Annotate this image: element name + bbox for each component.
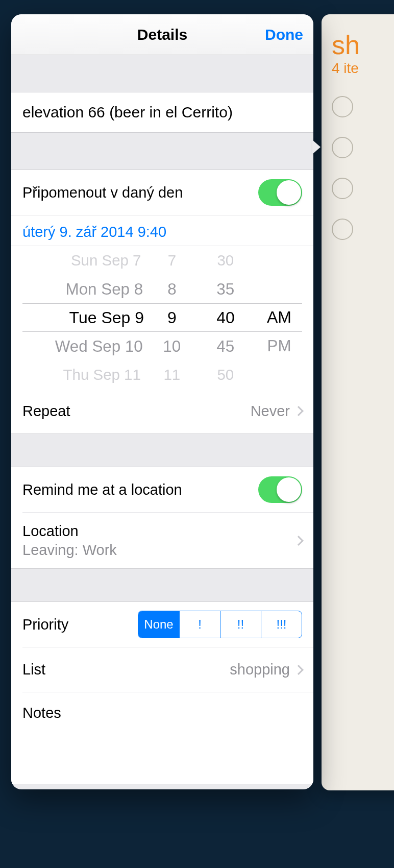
- remind-on-day-label: Připomenout v daný den: [22, 184, 258, 201]
- remind-on-day-row: Připomenout v daný den: [11, 170, 313, 215]
- reminder-checkbox[interactable]: [332, 178, 353, 199]
- priority-segmented[interactable]: None ! !! !!!: [138, 611, 302, 638]
- priority-option-high[interactable]: !!!: [261, 611, 302, 638]
- location-label: Location: [22, 523, 295, 540]
- location-row[interactable]: Location Leaving: Work: [22, 512, 313, 568]
- reminders-list-panel: sh 4 ite: [322, 14, 394, 790]
- reminder-checkbox[interactable]: [332, 96, 353, 117]
- chevron-right-icon: [293, 406, 304, 416]
- alarm-date-label[interactable]: úterý 9. zář 2014 9:40: [11, 215, 313, 246]
- datetime-picker[interactable]: Sun Sep 7 Mon Sep 8 Tue Sep 9 Wed Sep 10…: [11, 246, 313, 389]
- reminder-checkboxes: [332, 96, 394, 240]
- reminder-checkbox[interactable]: [332, 219, 353, 240]
- priority-option-low[interactable]: !: [179, 611, 220, 638]
- picker-ampm-column[interactable]: AM PM: [251, 246, 307, 389]
- picker-date-column[interactable]: Sun Sep 7 Mon Sep 8 Tue Sep 9 Wed Sep 10…: [11, 246, 149, 389]
- reminder-checkbox[interactable]: [332, 137, 353, 158]
- repeat-value: Never: [251, 403, 290, 420]
- picker-hour-column[interactable]: 7 8 9 10 11: [149, 246, 195, 389]
- list-count: 4 ite: [332, 60, 394, 77]
- priority-option-none[interactable]: None: [138, 611, 179, 638]
- notes-label: Notes: [22, 705, 302, 721]
- repeat-label: Repeat: [22, 403, 251, 420]
- remind-at-location-label: Remind me at a location: [22, 481, 258, 498]
- chevron-right-icon: [293, 536, 304, 546]
- list-title: sh: [332, 30, 394, 60]
- priority-row: Priority None ! !! !!!: [11, 602, 313, 647]
- popover-pointer: [312, 140, 321, 154]
- location-detail: Leaving: Work: [22, 542, 295, 559]
- reminder-title-field[interactable]: elevation 66 (beer in el Cerrito): [11, 92, 313, 132]
- priority-label: Priority: [22, 616, 138, 633]
- done-button[interactable]: Done: [265, 14, 303, 55]
- navbar-title: Details: [137, 26, 187, 43]
- details-popover: Details Done elevation 66 (beer in el Ce…: [11, 14, 313, 789]
- picker-minute-column[interactable]: 30 35 40 45 50: [200, 246, 251, 389]
- chevron-right-icon: [293, 665, 304, 675]
- remind-at-location-toggle[interactable]: [258, 476, 302, 503]
- remind-at-location-row: Remind me at a location: [11, 467, 313, 512]
- priority-option-medium[interactable]: !!: [220, 611, 261, 638]
- list-value: shopping: [230, 661, 290, 678]
- list-row[interactable]: List shopping: [22, 647, 313, 692]
- list-label: List: [22, 661, 230, 678]
- navbar: Details Done: [11, 14, 313, 55]
- remind-on-day-toggle[interactable]: [258, 179, 302, 206]
- repeat-row[interactable]: Repeat Never: [11, 389, 313, 433]
- notes-row[interactable]: Notes: [22, 692, 313, 784]
